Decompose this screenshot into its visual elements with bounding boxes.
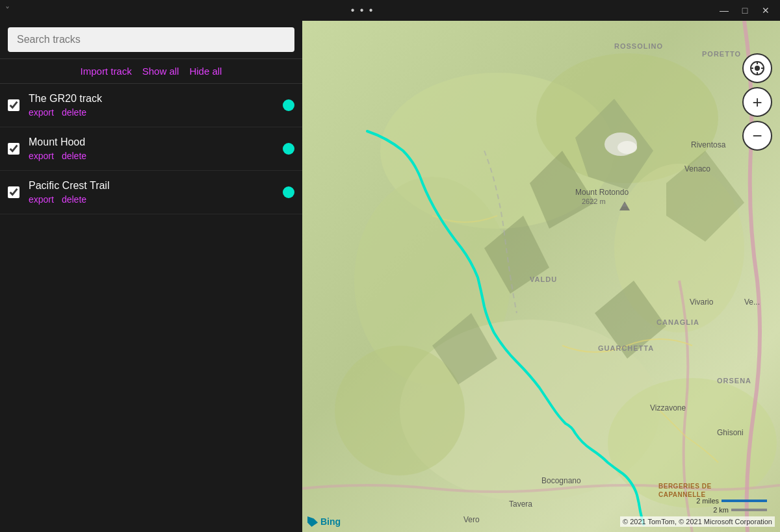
bing-logo: Bing [307,516,341,527]
track-name: The GR20 track [29,93,278,105]
track-checkbox[interactable] [8,143,20,155]
scale-miles-bar [722,500,767,502]
track-color-dot [283,143,294,155]
show-all-button[interactable]: Show all [142,66,179,77]
svg-text:Vivario: Vivario [690,298,714,307]
export-track-button[interactable]: export [29,151,54,161]
delete-track-button[interactable]: delete [62,151,86,161]
map-attribution: © 2021 TomTom, © 2021 Microsoft Corporat… [620,516,775,527]
track-item: Pacific Crest Trail export delete [0,171,302,214]
svg-text:Venaco: Venaco [684,164,710,173]
svg-text:Vero: Vero [463,515,480,524]
scale-miles-label: 2 miles [696,497,719,505]
svg-text:Ghisoni: Ghisoni [717,428,744,437]
svg-text:ORSENA: ORSENA [717,377,751,385]
track-color-dot [283,99,294,111]
bing-label: Bing [320,516,341,527]
search-input[interactable] [8,27,294,52]
delete-track-button[interactable]: delete [62,107,86,118]
svg-text:Vizzavone: Vizzavone [650,403,686,412]
track-actions: export delete [29,194,278,205]
svg-text:GUARCHETTA: GUARCHETTA [598,344,654,352]
track-item: The GR20 track export delete [0,84,302,127]
track-name: Pacific Crest Trail [29,180,278,192]
close-button[interactable]: ✕ [757,3,775,18]
track-checkbox[interactable] [8,99,20,111]
hide-all-button[interactable]: Hide all [189,66,222,77]
svg-point-15 [618,141,637,154]
svg-text:Mount Rotondo: Mount Rotondo [575,188,629,197]
titlebar-left: ˅ [5,5,10,16]
delete-track-button[interactable]: delete [62,194,86,205]
svg-text:ROSSOLINO: ROSSOLINO [614,42,663,50]
track-name: Mount Hood [29,136,278,148]
svg-text:Bocognano: Bocognano [541,476,581,485]
svg-text:Tavera: Tavera [509,500,532,509]
track-info: Pacific Crest Trail export delete [29,180,278,205]
map-controls: + − [742,53,772,151]
zoom-out-button[interactable]: − [742,121,772,151]
scale-miles-row: 2 miles [696,497,767,505]
map-container: ROSSOLINO PORETTO Riventosa Venaco Mount… [302,21,780,532]
titlebar-chevron-icon: ˅ [5,5,10,16]
titlebar-right: — □ ✕ [715,3,775,18]
import-track-button[interactable]: Import track [81,66,132,77]
track-actions: export delete [29,107,278,118]
scale-bar: 2 miles 2 km [696,497,767,514]
export-track-button[interactable]: export [29,107,54,118]
svg-point-38 [755,66,760,71]
svg-text:BERGERIES DE: BERGERIES DE [658,483,712,490]
bing-icon [307,516,318,527]
svg-text:VALDU: VALDU [530,275,557,283]
titlebar: ˅ • • • — □ ✕ [0,0,780,21]
track-item: Mount Hood export delete [0,127,302,171]
maximize-button[interactable]: □ [736,3,754,18]
sidebar: Import track Show all Hide all The GR20 … [0,21,302,532]
scale-km-label: 2 km [713,506,729,514]
export-track-button[interactable]: export [29,194,54,205]
track-actions: export delete [29,151,278,161]
svg-text:PORETTO: PORETTO [702,50,741,58]
titlebar-dots-icon: • • • [351,5,374,16]
track-checkbox[interactable] [8,186,20,198]
main-content: Import track Show all Hide all The GR20 … [0,21,780,532]
location-button[interactable] [742,53,772,83]
search-container [0,21,302,59]
tracks-list: The GR20 track export delete Mount Hood … [0,84,302,532]
svg-text:CANAGLIA: CANAGLIA [656,318,699,326]
minimize-button[interactable]: — [715,3,733,18]
track-color-dot [283,186,294,198]
titlebar-center: • • • [351,5,374,16]
track-info: Mount Hood export delete [29,136,278,161]
svg-text:Riventosa: Riventosa [691,140,726,149]
svg-text:2622 m: 2622 m [582,197,606,205]
tracks-toolbar: Import track Show all Hide all [0,59,302,84]
map-svg: ROSSOLINO PORETTO Riventosa Venaco Mount… [302,21,780,532]
zoom-in-button[interactable]: + [742,87,772,117]
scale-km-row: 2 km [713,506,767,514]
svg-text:Ve...: Ve... [744,298,760,307]
scale-km-bar [731,509,767,511]
track-info: The GR20 track export delete [29,93,278,118]
